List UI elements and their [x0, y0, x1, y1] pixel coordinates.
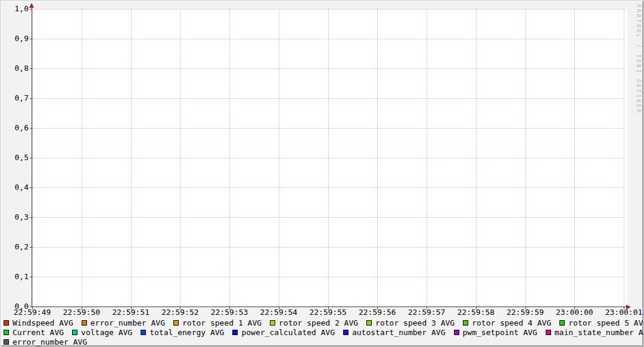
x-tick-label: 22:59:55	[301, 308, 355, 317]
y-axis-line	[32, 6, 32, 307]
gridline-vertical	[279, 9, 279, 307]
legend-swatch-icon	[343, 330, 349, 335]
legend-item-label: Windspeed AVG	[13, 318, 73, 327]
legend-item-label: total_energy AVG	[150, 328, 224, 337]
legend-item: rotor speed 5 AVG	[559, 318, 644, 327]
legend-swatch-icon	[546, 330, 551, 335]
x-tick-label: 22:59:58	[449, 308, 503, 317]
legend-swatch-icon	[559, 320, 565, 326]
x-tick-label: 22:59:53	[203, 308, 256, 317]
x-tick-label: 22:59:57	[400, 308, 453, 317]
legend: Windspeed AVGerror_number AVGrotor speed…	[4, 318, 644, 346]
x-tick-label: 22:59:49	[5, 308, 59, 317]
y-tick-label: 0,9	[1, 35, 29, 43]
legend-swatch-icon	[141, 330, 146, 335]
legend-swatch-icon	[82, 320, 87, 326]
gridline-vertical	[32, 9, 33, 307]
legend-item-label: rotor speed 1 AVG	[182, 318, 262, 327]
legend-item: error_number AVG	[4, 337, 87, 346]
legend-swatch-icon	[366, 320, 372, 326]
y-tick-label: 0,5	[1, 154, 29, 162]
legend-item: main_state_number AVG	[546, 328, 644, 337]
legend-item-label: Current AVG	[13, 328, 64, 337]
rrdtool-graph: 1,00,90,80,70,60,50,40,30,20,10,0 22:59:…	[0, 0, 644, 347]
legend-row: Windspeed AVGerror_number AVGrotor speed…	[4, 318, 644, 327]
legend-swatch-icon	[463, 320, 468, 326]
gridline-vertical	[131, 9, 132, 307]
y-tick-label: 0,4	[1, 183, 29, 192]
gridline-vertical	[229, 9, 230, 307]
legend-item-label: pwm_setpoint AVG	[463, 328, 537, 337]
legend-swatch-icon	[4, 330, 9, 335]
legend-swatch-icon	[270, 320, 275, 326]
y-tick-label: 0,8	[1, 64, 29, 73]
legend-item: total_energy AVG	[141, 328, 224, 337]
y-tick-label: 1,0	[1, 5, 29, 13]
x-tick-label: 22:59:56	[350, 308, 404, 317]
legend-swatch-icon	[72, 330, 77, 335]
legend-item: rotor speed 4 AVG	[463, 318, 551, 327]
legend-item-label: main_state_number AVG	[555, 328, 644, 337]
legend-item: power_calculated AVG	[232, 328, 335, 337]
legend-item-label: rotor speed 5 AVG	[568, 318, 644, 327]
x-axis-line	[32, 307, 626, 307]
x-tick-label: 23:00:01	[597, 308, 644, 317]
y-axis-arrow-icon	[29, 3, 34, 8]
legend-item: rotor speed 1 AVG	[173, 318, 262, 327]
gridline-vertical	[427, 9, 427, 307]
legend-swatch-icon	[232, 330, 238, 335]
gridline-vertical	[377, 9, 378, 307]
gridline-vertical	[525, 9, 526, 307]
y-tick-label: 0,6	[1, 124, 29, 132]
y-tick-label: 0,1	[1, 273, 29, 281]
legend-item-label: rotor speed 2 AVG	[279, 318, 358, 327]
legend-swatch-icon	[4, 320, 9, 326]
legend-item-label: autostart_number AVG	[352, 328, 446, 337]
x-tick-label: 22:59:51	[104, 308, 158, 317]
legend-item: pwm_setpoint AVG	[454, 328, 537, 337]
legend-item-label: voltage AVG	[81, 328, 132, 337]
legend-item: voltage AVG	[72, 328, 132, 337]
x-tick-label: 22:59:59	[499, 308, 552, 317]
legend-row: error_number AVG	[4, 337, 644, 346]
x-axis-arrow-icon	[626, 305, 631, 310]
legend-item: Windspeed AVG	[4, 318, 73, 327]
legend-swatch-icon	[454, 330, 459, 335]
legend-row: Current AVGvoltage AVGtotal_energy AVGpo…	[4, 327, 644, 337]
legend-item: error_number AVG	[82, 318, 165, 327]
legend-item-label: power_calculated AVG	[241, 328, 335, 337]
legend-item-label: rotor speed 4 AVG	[472, 318, 551, 327]
legend-swatch-icon	[4, 339, 9, 345]
gridline-vertical	[180, 9, 181, 307]
x-tick-label: 23:00:00	[547, 308, 601, 317]
gridline-vertical	[624, 9, 624, 307]
legend-item: autostart_number AVG	[343, 328, 446, 337]
y-tick-label: 0,3	[1, 213, 29, 221]
gridline-vertical	[82, 9, 82, 307]
legend-item: rotor speed 3 AVG	[366, 318, 455, 327]
legend-item: Current AVG	[4, 328, 64, 337]
legend-item-label: error_number AVG	[13, 337, 87, 346]
legend-item: rotor speed 2 AVG	[270, 318, 358, 327]
rrdtool-watermark: RRDTOOL / TOBI OETIKER	[636, 4, 642, 114]
gridline-vertical	[574, 9, 575, 307]
x-tick-label: 22:59:54	[252, 308, 306, 317]
x-tick-label: 22:59:50	[55, 308, 108, 317]
gridline-vertical	[476, 9, 477, 307]
x-tick-label: 22:59:52	[153, 308, 207, 317]
legend-swatch-icon	[173, 320, 179, 326]
y-tick-label: 0,7	[1, 94, 29, 102]
gridline-vertical	[328, 9, 329, 307]
legend-item-label: rotor speed 3 AVG	[375, 318, 455, 327]
y-tick-label: 0,2	[1, 243, 29, 251]
legend-item-label: error_number AVG	[91, 318, 165, 327]
